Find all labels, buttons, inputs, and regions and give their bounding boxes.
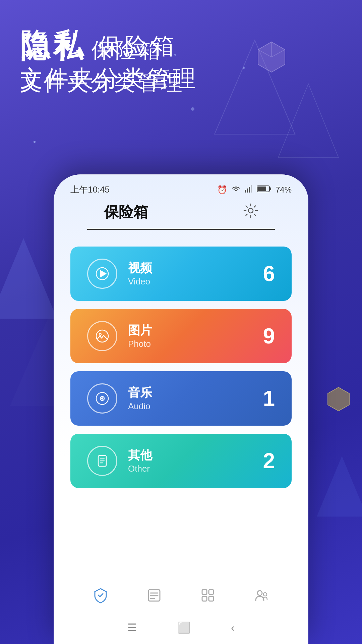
svg-marker-0	[215, 40, 295, 134]
svg-point-34	[257, 591, 262, 595]
svg-point-21	[99, 333, 101, 335]
battery-percent: 74%	[276, 185, 292, 195]
audio-name-zh: 音乐	[128, 385, 252, 400]
audio-count: 1	[263, 386, 275, 411]
bottom-nav	[54, 580, 308, 610]
audio-music-icon	[94, 390, 110, 407]
svg-marker-8	[328, 387, 349, 411]
phone-mockup: 上午10:45 ⏰	[54, 174, 308, 644]
video-icon-circle	[87, 259, 117, 289]
video-name-zh: 视频	[128, 261, 252, 275]
svg-rect-10	[245, 190, 246, 193]
status-icons: ⏰	[217, 185, 292, 195]
battery-icon	[257, 185, 272, 195]
home-button[interactable]: ⬜	[177, 621, 191, 634]
svg-rect-32	[202, 596, 207, 601]
signal-icon	[245, 185, 253, 195]
back-button[interactable]: ‹	[231, 622, 235, 634]
other-name-zh: 其他	[128, 448, 252, 462]
other-count: 2	[263, 448, 275, 473]
photo-card[interactable]: 图片 Photo 9	[70, 309, 292, 363]
alarm-icon: ⏰	[217, 185, 227, 195]
svg-rect-11	[247, 189, 248, 193]
photo-name-zh: 图片	[128, 323, 252, 337]
svg-rect-16	[270, 187, 271, 190]
video-play-icon	[94, 266, 110, 282]
header-subtitle: 文件夹分类管理	[20, 63, 198, 94]
status-bar: 上午10:45 ⏰	[54, 174, 308, 199]
audio-icon-circle	[87, 383, 117, 414]
photo-name-en: Photo	[128, 339, 252, 349]
cards-container: 视频 Video 6 图片 Photo 9	[54, 236, 308, 498]
photo-count: 9	[263, 324, 275, 348]
files-nav-icon	[146, 587, 163, 604]
svg-rect-33	[209, 596, 214, 601]
title-part2: 保险箱	[98, 33, 178, 58]
app-bar: 保险箱	[87, 199, 275, 230]
app-title: 保险箱	[104, 202, 148, 222]
settings-icon[interactable]	[243, 203, 258, 221]
other-card-text: 其他 Other	[128, 448, 252, 474]
audio-card-text: 音乐 Audio	[128, 385, 252, 412]
svg-rect-30	[202, 590, 207, 594]
safe-nav-icon	[92, 587, 109, 604]
header-section: 隐私保险箱 文件夹分类管理	[20, 27, 198, 94]
status-time: 上午10:45	[70, 184, 110, 196]
contacts-nav-icon	[253, 587, 270, 604]
photo-card-text: 图片 Photo	[128, 323, 252, 349]
nav-contacts[interactable]	[253, 587, 270, 604]
video-card[interactable]: 视频 Video 6	[70, 247, 292, 301]
other-card[interactable]: 其他 Other 2	[70, 434, 292, 488]
menu-button[interactable]: ☰	[127, 621, 137, 634]
wifi-icon	[231, 185, 241, 195]
other-icon-circle	[87, 446, 117, 476]
video-count: 6	[263, 261, 275, 286]
video-name-en: Video	[128, 276, 252, 287]
nav-apps[interactable]	[199, 587, 216, 604]
nav-files[interactable]	[146, 587, 163, 604]
audio-name-en: Audio	[128, 401, 252, 412]
photo-icon-circle	[87, 321, 117, 351]
photo-image-icon	[94, 328, 110, 344]
other-name-en: Other	[128, 464, 252, 474]
header-title: 隐私保险箱	[20, 27, 198, 60]
svg-rect-13	[251, 185, 252, 193]
nav-safe[interactable]	[92, 587, 109, 604]
svg-marker-9	[317, 456, 362, 517]
svg-point-24	[102, 398, 103, 399]
svg-rect-31	[209, 590, 214, 594]
system-nav: ☰ ⬜ ‹	[54, 618, 308, 637]
svg-point-35	[263, 593, 267, 596]
svg-line-5	[272, 50, 285, 57]
svg-point-20	[96, 330, 108, 342]
svg-rect-15	[257, 186, 266, 191]
svg-marker-1	[278, 84, 339, 158]
svg-marker-2	[258, 42, 285, 72]
apps-nav-icon	[199, 587, 216, 604]
other-file-icon	[94, 453, 110, 469]
svg-marker-19	[101, 271, 106, 277]
svg-rect-12	[249, 187, 250, 193]
audio-card[interactable]: 音乐 Audio 1	[70, 371, 292, 426]
svg-marker-6	[0, 238, 57, 319]
svg-point-17	[248, 208, 253, 213]
video-card-text: 视频 Video	[128, 261, 252, 287]
svg-line-4	[258, 50, 272, 57]
title-part1: 隐私	[20, 26, 88, 60]
